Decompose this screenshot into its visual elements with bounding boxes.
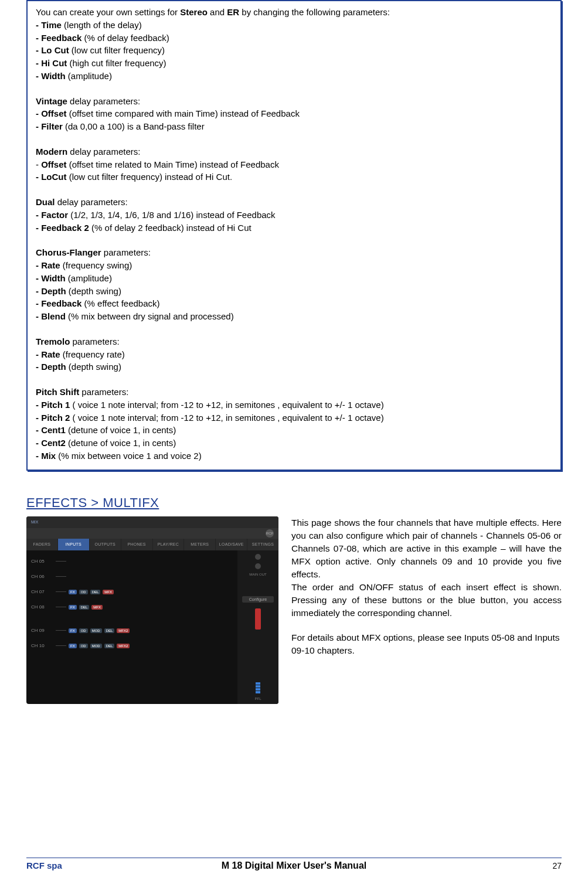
- bold: - Hi Cut: [36, 58, 67, 68]
- channel-label: CH 10: [31, 643, 53, 648]
- fx-chip-button[interactable]: FX: [69, 605, 77, 610]
- text: delay parameters:: [67, 147, 140, 157]
- bold: - Depth: [36, 362, 66, 372]
- tab-meters[interactable]: METERS: [184, 539, 215, 550]
- text: (amplitude): [66, 273, 112, 283]
- multifx-screenshot: MIX RCF FADERS INPUTS OUTPUTS PHONES PLA…: [26, 516, 278, 704]
- od-chip-button[interactable]: OD: [79, 590, 88, 594]
- text: (high cut filter frequency): [67, 58, 166, 68]
- del-chip-button[interactable]: DEL: [79, 605, 90, 610]
- channel-row: CH 10 FX OD MOD DEL MFX2: [31, 638, 233, 654]
- param-line: - Offset (offset time compared with main…: [36, 107, 552, 120]
- tab-inputs[interactable]: INPUTS: [58, 539, 89, 550]
- channel-row: CH 07 FX OD DEL MFX: [31, 584, 233, 600]
- tab-loadsave[interactable]: LOAD/SAVE: [216, 539, 247, 550]
- tab-faders[interactable]: FADERS: [26, 539, 57, 550]
- mfx2-chip-button[interactable]: MFX2: [117, 628, 130, 633]
- fx-chip-button[interactable]: FX: [69, 628, 77, 633]
- bold: - Depth: [36, 286, 66, 296]
- text: delay parameters:: [55, 197, 128, 207]
- param-line: - Mix (% mix between voice 1 and voice 2…: [36, 450, 552, 462]
- footer-page-number: 27: [552, 861, 562, 870]
- mod-chip-button[interactable]: MOD: [90, 628, 102, 633]
- bold: - Lo Cut: [36, 45, 69, 55]
- channel-label: CH 07: [31, 589, 53, 594]
- mod-chip-button[interactable]: MOD: [90, 644, 102, 648]
- bold: Modern: [36, 147, 67, 157]
- bold: - Width: [36, 71, 66, 81]
- bold: - Feedback: [36, 33, 81, 43]
- text: -: [36, 159, 41, 169]
- configure-button[interactable]: Configure: [242, 596, 274, 603]
- footer-title: M 18 Digital Mixer User's Manual: [222, 860, 366, 871]
- tab-playrec[interactable]: PLAY/REC: [153, 539, 184, 550]
- channel-row: CH 06: [31, 569, 233, 584]
- param-line: - Feedback 2 (% of delay 2 feedback) ins…: [36, 222, 552, 234]
- channel-line-icon: [56, 561, 66, 562]
- param-line: - Offset (offset time related to Main Ti…: [36, 158, 552, 171]
- bold: - Offset: [36, 108, 67, 118]
- param-line: - Filter (da 0,00 a 100) is a Band-pass …: [36, 120, 552, 133]
- knob-icon[interactable]: [255, 563, 261, 569]
- text: (frequency swing): [60, 260, 132, 270]
- del-chip-button[interactable]: DEL: [104, 644, 115, 648]
- text: (frequency rate): [60, 349, 125, 359]
- text: parameters:: [101, 247, 151, 257]
- text: (low cut filter frequency): [69, 45, 165, 55]
- param-line: - Factor (1/2, 1/3, 1/4, 1/6, 1/8 and 1/…: [36, 209, 552, 222]
- tab-settings[interactable]: SETTINGS: [247, 539, 278, 550]
- bold: - Cent2: [36, 438, 66, 448]
- text: by changing the following parameters:: [239, 7, 390, 17]
- text: (depth swing): [66, 286, 121, 296]
- channel-row: CH 08 FX DEL MFX: [31, 600, 233, 615]
- param-line: - Pitch 1 ( voice 1 note interval; from …: [36, 399, 552, 411]
- intro-line: You can create your own settings for Ste…: [36, 6, 552, 19]
- mute-indicator-icon[interactable]: [255, 608, 261, 630]
- pfl-label: PFL: [254, 697, 261, 700]
- fx-chip-button[interactable]: FX: [69, 590, 77, 594]
- param-line: - Cent2 (detune of voice 1, in cents): [36, 437, 552, 450]
- text: ( voice 1 note interval; from -12 to +12…: [70, 400, 383, 410]
- text: (da 0,00 a 100) is a Band-pass filter: [63, 121, 205, 131]
- text: ( voice 1 note interval; from -12 to +12…: [70, 413, 383, 423]
- rcf-logo-icon: RCF: [266, 529, 274, 538]
- del-chip-button[interactable]: DEL: [90, 590, 101, 594]
- screenshot-sidepanel: MAIN OUT Configure PFL: [237, 550, 278, 704]
- mfx2-chip-button[interactable]: MFX2: [117, 644, 130, 648]
- channel-label: CH 06: [31, 574, 53, 579]
- channel-label: CH 05: [31, 559, 53, 564]
- tab-phones[interactable]: PHONES: [121, 539, 152, 550]
- tab-outputs[interactable]: OUTPUTS: [90, 539, 121, 550]
- text: (% mix between dry signal and processed): [66, 311, 234, 321]
- param-line: - Cent1 (detune of voice 1, in cents): [36, 424, 552, 437]
- text: delay parameters:: [67, 96, 140, 106]
- page-footer: RCF spa M 18 Digital Mixer User's Manual…: [26, 858, 562, 870]
- channel-row: CH 05: [31, 554, 233, 569]
- od-chip-button[interactable]: OD: [79, 628, 88, 633]
- multifx-description: This page shows the four channels that h…: [291, 516, 562, 657]
- group-heading: Pitch Shift parameters:: [36, 386, 552, 399]
- text: (% mix between voice 1 and voice 2): [56, 451, 201, 461]
- text: (detune of voice 1, in cents): [66, 425, 176, 435]
- channel-row: CH 09 FX OD MOD DEL MFX2: [31, 623, 233, 638]
- bold: Vintage: [36, 96, 67, 106]
- screenshot-channel-list: CH 05 CH 06 CH 07 FX OD DEL MFX CH 08: [26, 550, 237, 704]
- od-chip-button[interactable]: OD: [79, 644, 88, 648]
- mfx-chip-button[interactable]: MFX: [91, 605, 103, 610]
- param-line: - LoCut (low cut filter frequency) inste…: [36, 171, 552, 183]
- bold: - Feedback: [36, 298, 81, 308]
- bold: Chorus-Flanger: [36, 247, 101, 257]
- mfx-chip-button[interactable]: MFX: [103, 590, 114, 594]
- screenshot-header: RCF: [26, 528, 278, 539]
- bold-stereo: Stereo: [180, 7, 208, 17]
- bold: - Rate: [36, 260, 60, 270]
- del-chip-button[interactable]: DEL: [104, 628, 115, 633]
- knob-icon[interactable]: [255, 554, 261, 560]
- text: (offset time related to Main Time) inste…: [67, 159, 279, 169]
- group-heading: Modern delay parameters:: [36, 145, 552, 158]
- param-line: - Feedback (% effect feedback): [36, 297, 552, 310]
- fx-chip-button[interactable]: FX: [69, 644, 77, 648]
- param-line: - Width (amplitude): [36, 70, 552, 83]
- bold: - Cent1: [36, 425, 66, 435]
- footer-company: RCF spa: [26, 860, 62, 870]
